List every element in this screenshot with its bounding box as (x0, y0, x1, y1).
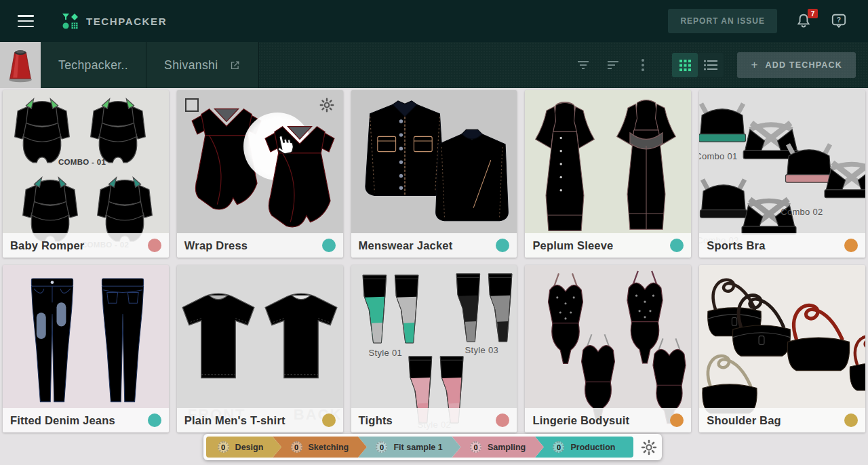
top-app-bar: TECHPACKER REPORT AN ISSUE 7 ? (0, 0, 868, 42)
card-title: Tights (359, 414, 393, 427)
stage-label: Sketching (309, 443, 349, 452)
menu-icon[interactable] (18, 15, 34, 27)
stage-label: Design (235, 443, 264, 452)
thread-spool-image (5, 45, 36, 85)
card-title: Wrap Dress (184, 239, 248, 252)
thread-spool-tab[interactable] (0, 42, 41, 88)
stage-sketching[interactable]: 0 Sketching (273, 437, 367, 458)
tights-style-03-label: Style 03 (465, 345, 498, 355)
status-dot (496, 239, 509, 252)
stage-design[interactable]: 0 Design (206, 437, 281, 458)
wrap-dress-sketch (177, 90, 343, 258)
techpack-grid: COMBO - 01 COMBO - 02 Baby Romper Wrap D… (0, 88, 868, 432)
techpack-card-baby-romper[interactable]: COMBO - 01 COMBO - 02 Baby Romper (3, 90, 169, 258)
techpack-card-lingerie-bodysuit[interactable]: Lingerie Bodysuit (525, 265, 691, 432)
status-dot (670, 413, 684, 427)
collection-tab-label: Shivanshi (164, 58, 218, 73)
stage-label: Fit sample 1 (393, 443, 442, 452)
tshirt-sketch: FRONT BACK (177, 265, 343, 432)
techpack-card-plain-mens-tshirt[interactable]: FRONT BACK Plain Men's T-shirt (177, 265, 343, 432)
tights-sketch: Style 01 Style 03 Style 02 (351, 265, 517, 432)
status-dot (148, 239, 161, 252)
sort-icon[interactable] (601, 54, 625, 77)
card-title: Baby Romper (10, 239, 84, 252)
brand-name: TECHPACKER (86, 16, 167, 27)
logo-mark-icon (62, 14, 78, 29)
status-dot (496, 413, 509, 427)
status-dot (148, 413, 161, 427)
hand-cursor-icon (270, 131, 299, 160)
card-footer: Menswear Jacket (351, 233, 517, 258)
denim-jeans-sketch (3, 265, 169, 432)
card-title: Shoulder Bag (707, 414, 781, 427)
combo-01-label: COMBO - 01 (58, 158, 106, 166)
status-settings-gear-icon[interactable] (640, 439, 658, 456)
techpack-card-sports-bra[interactable]: Combo 01 Combo 02 Combo 03 Sports Bra (699, 90, 865, 258)
status-dot (844, 239, 858, 252)
card-footer: Baby Romper (3, 233, 169, 258)
techpack-card-peplum-sleeve[interactable]: Peplum Sleeve (525, 90, 691, 258)
card-footer: Sports Bra (699, 233, 865, 258)
card-title: Menswear Jacket (359, 239, 453, 252)
card-settings-gear-icon[interactable] (319, 97, 335, 113)
plus-icon: + (751, 62, 758, 68)
card-footer: Fitted Denim Jeans (3, 408, 169, 432)
stage-count-badge: 0 (553, 441, 564, 453)
collection-toolbar: Techpacker.. Shivanshi (0, 42, 868, 88)
techpack-card-wrap-dress[interactable]: Wrap Dress (177, 90, 343, 258)
more-options-kebab-icon[interactable] (631, 54, 654, 77)
add-techpack-label: ADD TECHPACK (766, 60, 842, 70)
stage-count-badge: 0 (291, 441, 302, 453)
stage-fit-sample-1[interactable]: 0 Fit sample 1 (358, 437, 460, 458)
card-footer: Tights (351, 408, 517, 432)
status-dot (844, 413, 858, 427)
card-title: Peplum Sleeve (532, 239, 613, 252)
list-view-button[interactable] (698, 53, 724, 77)
stage-count-badge: 0 (218, 441, 229, 453)
tights-style-01-label: Style 01 (369, 348, 402, 358)
stage-production[interactable]: 0 Production (535, 437, 633, 458)
svg-text:?: ? (837, 16, 841, 24)
card-title: Plain Men's T-shirt (184, 414, 285, 427)
techpack-card-menswear-jacket[interactable]: Menswear Jacket (351, 90, 517, 258)
workspace-tab-label: Techpacker.. (58, 58, 128, 73)
report-issue-button[interactable]: REPORT AN ISSUE (668, 9, 777, 33)
help-icon[interactable]: ? (830, 12, 848, 30)
techpack-card-shoulder-bag[interactable]: Shoulder Bag (699, 265, 865, 432)
stage-label: Production (570, 443, 615, 452)
card-footer: Wrap Dress (177, 233, 343, 258)
filter-icon[interactable] (572, 54, 595, 77)
stage-sampling[interactable]: 0 Sampling (452, 437, 543, 458)
lingerie-bodysuit-sketch (525, 265, 691, 432)
stage-label: Sampling (488, 443, 526, 452)
notification-badge: 7 (808, 9, 818, 18)
external-link-icon[interactable] (229, 60, 241, 71)
select-checkbox[interactable] (185, 98, 199, 112)
shoulder-bag-sketch (699, 265, 865, 432)
status-dot (322, 239, 336, 252)
techpack-card-tights[interactable]: Style 01 Style 03 Style 02 Tights (351, 265, 517, 432)
card-title: Lingerie Bodysuit (532, 414, 629, 427)
workflow-status-bar: 0 Design 0 Sketching 0 Fit sample 1 0 Sa… (203, 434, 662, 460)
add-techpack-button[interactable]: + ADD TECHPACK (737, 52, 856, 78)
card-footer: Lingerie Bodysuit (525, 408, 691, 432)
stage-count-badge: 0 (470, 441, 481, 453)
card-title: Sports Bra (707, 239, 765, 252)
baby-romper-sketch: COMBO - 01 COMBO - 02 (3, 90, 169, 258)
card-title: Fitted Denim Jeans (10, 414, 115, 427)
peplum-sleeve-sketch (525, 90, 691, 258)
sports-bra-sketch: Combo 01 Combo 02 Combo 03 (699, 90, 865, 258)
techpack-card-fitted-denim-jeans[interactable]: Fitted Denim Jeans (3, 265, 169, 432)
card-footer: Peplum Sleeve (525, 233, 691, 258)
bra-combo-02-label: Combo 02 (781, 207, 823, 217)
view-toggle (672, 53, 724, 77)
status-dot (670, 239, 684, 252)
notifications-bell-icon[interactable]: 7 (795, 12, 812, 30)
collection-tab[interactable]: Shivanshi (146, 42, 258, 88)
app-logo[interactable]: TECHPACKER (62, 14, 167, 29)
grid-view-button[interactable] (672, 53, 698, 77)
card-footer: Plain Men's T-shirt (177, 408, 343, 432)
card-footer: Shoulder Bag (699, 408, 865, 432)
workspace-tab[interactable]: Techpacker.. (41, 42, 146, 88)
stage-count-badge: 0 (376, 441, 387, 453)
